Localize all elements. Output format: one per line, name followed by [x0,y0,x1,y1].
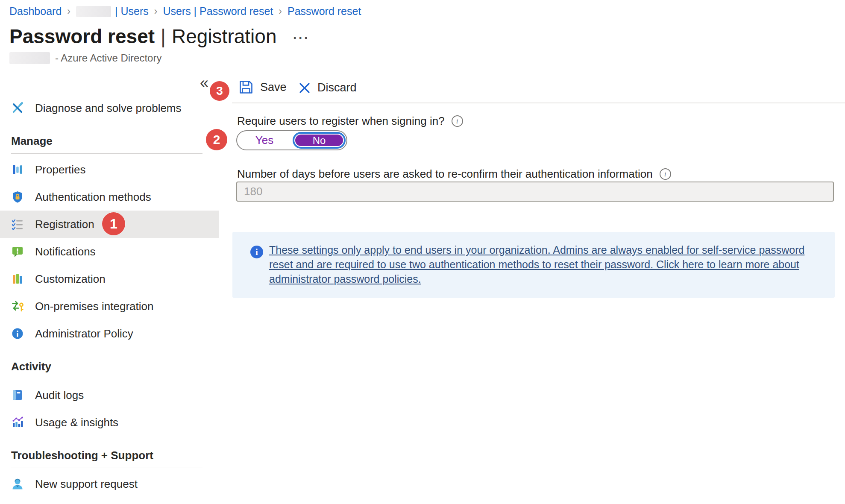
info-banner: i These settings only apply to end users… [232,232,835,298]
sidebar-item-authentication-methods[interactable]: Authentication methods [0,183,219,211]
sidebar-item-diagnose-and-solve-problems[interactable]: Diagnose and solve problems [0,94,219,122]
color-bars-icon [11,273,24,285]
page-subtitle-label: - Azure Active Directory [55,52,161,64]
sidebar-item-label: Usage & insights [35,416,118,429]
notification-bubble-icon [11,245,24,258]
require-register-label-text: Require users to register when signing i… [237,114,445,128]
toggle-yes-option[interactable]: Yes [237,134,292,147]
annotation-badge-3: 3 [210,81,229,101]
discard-button[interactable]: Discard [298,81,357,94]
page-subtitle: - Azure Active Directory [9,52,161,64]
page-title: Password reset | Registration [9,25,276,48]
redacted-text-block [76,6,111,17]
sidebar-item-new-support-request[interactable]: New support request [0,470,219,498]
save-button[interactable]: Save [238,79,287,95]
breadcrumb-tenant-users-label: | Users [115,5,149,18]
info-tooltip-icon[interactable]: i [660,168,671,180]
breadcrumb-separator: › [67,6,70,17]
sync-key-icon [11,300,24,313]
discard-x-icon [298,82,311,94]
usage-chart-icon [11,416,24,429]
info-circle-icon [11,327,24,340]
annotation-badge-2: 2 [206,129,227,150]
page-title-separator: | [161,25,166,48]
checklist-icon [11,218,24,231]
breadcrumb-separator: › [279,6,282,17]
properties-icon [11,163,24,176]
sidebar-item-label: Administrator Policy [35,327,133,340]
save-floppy-icon [238,79,254,95]
sidebar-item-label: Properties [35,163,86,176]
require-register-toggle: Yes No [236,130,347,150]
sidebar: Diagnose and solve problems Manage Prope… [0,94,219,498]
sidebar-section-divider [11,379,202,379]
sidebar-item-on-premises-integration[interactable]: On-premises integration [0,293,219,320]
toggle-no-option[interactable]: No [293,132,346,149]
info-tooltip-icon[interactable]: i [452,115,463,127]
breadcrumb-dashboard[interactable]: Dashboard [9,5,62,18]
reconfirm-days-input[interactable] [236,182,834,202]
sidebar-item-label: Audit logs [35,389,84,402]
collapse-panel-icon[interactable]: « [200,75,208,91]
sidebar-item-label: Authentication methods [35,190,151,204]
discard-button-label: Discard [317,81,357,94]
sidebar-section-activity: Activity [0,358,219,375]
sidebar-item-label: Diagnose and solve problems [35,102,182,115]
sidebar-item-usage-insights[interactable]: Usage & insights [0,409,219,436]
sidebar-section-divider [11,468,202,468]
admin-policy-learn-more-link[interactable]: These settings only apply to end users i… [269,243,820,286]
sidebar-section-manage: Manage [0,132,219,149]
more-menu-icon[interactable]: ··· [293,32,310,44]
toggle-no-option-label: No [295,135,343,146]
sidebar-item-properties[interactable]: Properties [0,156,219,183]
diagnose-tools-icon [11,102,24,114]
support-person-icon [11,478,24,490]
info-filled-icon: i [250,246,263,258]
sidebar-section-troubleshooting-support: Troubleshooting + Support [0,447,219,464]
sidebar-section-divider [11,153,202,154]
page-title-secondary: Registration [172,25,276,48]
sidebar-item-label: Registration [35,218,94,231]
reconfirm-days-label-text: Number of days before users are asked to… [237,167,653,181]
breadcrumb-password-reset[interactable]: Password reset [288,5,361,18]
sidebar-item-administrator-policy[interactable]: Administrator Policy [0,320,219,347]
sidebar-item-customization[interactable]: Customization [0,265,219,293]
toolbar-divider [232,103,845,103]
audit-log-book-icon [11,389,24,401]
sidebar-item-label: Notifications [35,245,96,258]
sidebar-item-label: On-premises integration [35,300,153,313]
annotation-badge-1: 1 [102,212,125,235]
sidebar-item-audit-logs[interactable]: Audit logs [0,381,219,409]
breadcrumb: Dashboard › | Users › Users | Password r… [9,5,361,18]
shield-lock-icon [11,190,24,203]
sidebar-item-label: Customization [35,273,106,286]
require-register-label: Require users to register when signing i… [237,114,463,128]
sidebar-item-label: New support request [35,478,138,491]
azure-portal-page: Dashboard › | Users › Users | Password r… [0,0,845,504]
breadcrumb-separator: › [154,6,158,17]
redacted-text-block [9,52,50,64]
breadcrumb-users-password-reset[interactable]: Users | Password reset [163,5,273,18]
breadcrumb-tenant-users[interactable]: | Users [76,5,149,18]
save-button-label: Save [260,81,287,94]
page-title-primary: Password reset [9,25,155,48]
sidebar-item-notifications[interactable]: Notifications [0,238,219,265]
reconfirm-days-label: Number of days before users are asked to… [237,167,671,181]
